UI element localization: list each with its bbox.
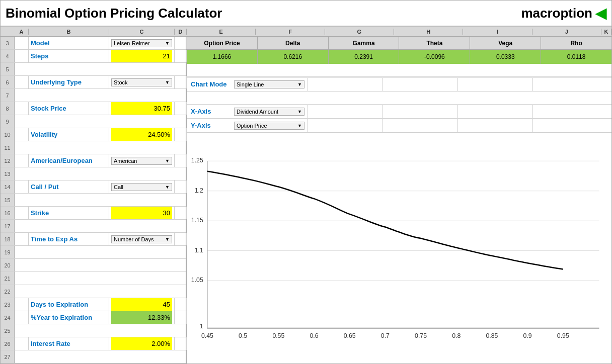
xaxis-row: X-Axis Dividend Amount▼ bbox=[187, 105, 611, 119]
row-american-european: 12 American/European American▼ bbox=[1, 154, 186, 167]
page-title: Binomial Option Pricing Calculator bbox=[6, 6, 222, 21]
svg-text:0.5: 0.5 bbox=[239, 332, 247, 339]
column-headers: A B C D E F G H I J K bbox=[1, 27, 611, 37]
interest-rate-input[interactable]: 2.00% bbox=[111, 337, 172, 350]
greek-header-option-price: Option Price bbox=[187, 37, 258, 49]
row-25: 25 bbox=[1, 324, 186, 337]
row-call-put: 14 Call / Put Call▼ bbox=[1, 180, 186, 194]
greek-value-option-price: 1.1666 bbox=[187, 50, 258, 64]
greeks-spacer bbox=[187, 64, 611, 77]
yaxis-row: Y-Axis Option Price▼ bbox=[187, 119, 611, 133]
row-strike: 16 Strike 30 bbox=[1, 207, 186, 220]
greek-header-rho: Rho bbox=[541, 37, 611, 49]
row-stock-price: 8 Stock Price 30.75 bbox=[1, 102, 186, 115]
steps-input[interactable]: 21 bbox=[111, 50, 172, 62]
greek-value-theta: -0.0096 bbox=[399, 50, 470, 64]
row-27: 27 bbox=[1, 350, 186, 363]
row-steps: 4 Steps 21 bbox=[1, 50, 186, 63]
greeks-value-row: 1.1666 0.6216 0.2391 -0.0096 0.0333 0.01… bbox=[187, 50, 611, 64]
right-panel: Option Price Delta Gamma Theta Vega Rho … bbox=[187, 37, 611, 364]
col-header-e: E bbox=[187, 29, 256, 35]
row-volatility: 10 Volatility 24.50% bbox=[1, 128, 186, 141]
svg-text:1: 1 bbox=[200, 323, 203, 330]
greek-value-vega: 0.0333 bbox=[470, 50, 541, 64]
svg-text:1.1: 1.1 bbox=[195, 247, 203, 254]
greek-value-delta: 0.6216 bbox=[258, 50, 329, 64]
svg-text:0.75: 0.75 bbox=[415, 332, 427, 339]
greeks-header-row: Option Price Delta Gamma Theta Vega Rho bbox=[187, 37, 611, 50]
row-time-to-exp: 18 Time to Exp As Number of Days▼ bbox=[1, 233, 186, 246]
underlying-type-dropdown[interactable]: Stock▼ bbox=[111, 78, 172, 86]
xaxis-label: X-Axis bbox=[191, 108, 231, 115]
row-20: 20 bbox=[1, 259, 186, 272]
call-put-dropdown[interactable]: Call▼ bbox=[111, 183, 172, 191]
greeks-section: Option Price Delta Gamma Theta Vega Rho … bbox=[187, 37, 611, 77]
col-header-d: D bbox=[175, 29, 187, 35]
row-interest-rate: 26 Interest Rate 2.00% bbox=[1, 337, 186, 350]
strike-input[interactable]: 30 bbox=[111, 207, 172, 219]
row-underlying-type: 6 Underlying Type Stock▼ bbox=[1, 76, 186, 89]
brand-logo: macroption ◀ bbox=[521, 5, 606, 22]
row-13: 13 bbox=[1, 167, 186, 180]
row-21: 21 bbox=[1, 272, 186, 285]
row-9: 9 bbox=[1, 115, 186, 128]
time-to-exp-dropdown[interactable]: Number of Days▼ bbox=[111, 235, 172, 243]
greek-header-theta: Theta bbox=[399, 37, 470, 49]
row-days-to-exp: 23 Days to Expiration 45 bbox=[1, 298, 186, 311]
col-header-b: B bbox=[29, 29, 109, 35]
greek-header-delta: Delta bbox=[258, 37, 329, 49]
row-5: 5 bbox=[1, 63, 186, 76]
chart-area: 1.25 1.2 1.15 1.1 1.05 1 bbox=[187, 133, 611, 364]
col-header-g: G bbox=[325, 29, 394, 35]
row-15: 15 bbox=[1, 194, 186, 207]
chart-svg: 1.25 1.2 1.15 1.1 1.05 1 bbox=[187, 135, 609, 362]
svg-text:0.9: 0.9 bbox=[523, 332, 532, 339]
chart-empty-row bbox=[187, 92, 611, 105]
col-header-k: K bbox=[601, 29, 611, 35]
svg-text:0.55: 0.55 bbox=[272, 332, 284, 339]
model-dropdown[interactable]: Leisen-Reimer▼ bbox=[111, 39, 172, 47]
svg-text:0.7: 0.7 bbox=[381, 332, 390, 339]
row-17: 17 bbox=[1, 220, 186, 233]
yaxis-dropdown[interactable]: Option Price▼ bbox=[234, 122, 304, 130]
chart-mode-row: Chart Mode Single Line▼ bbox=[187, 77, 611, 92]
days-to-exp-input[interactable]: 45 bbox=[111, 298, 172, 311]
title-bar: Binomial Option Pricing Calculator macro… bbox=[1, 1, 611, 27]
svg-text:0.95: 0.95 bbox=[557, 332, 569, 339]
volatility-input[interactable]: 24.50% bbox=[111, 128, 172, 141]
greek-header-gamma: Gamma bbox=[329, 37, 400, 49]
row-7: 7 bbox=[1, 89, 186, 102]
row-year-to-exp: 24 %Year to Expiration 12.33% bbox=[1, 311, 186, 324]
row-19: 19 bbox=[1, 246, 186, 259]
row-11: 11 bbox=[1, 141, 186, 154]
stock-price-input[interactable]: 30.75 bbox=[111, 102, 172, 115]
col-header-a: A bbox=[15, 29, 29, 35]
greek-header-vega: Vega bbox=[470, 37, 541, 49]
col-header-i: I bbox=[463, 29, 532, 35]
col-header-h: H bbox=[394, 29, 463, 35]
svg-text:0.85: 0.85 bbox=[486, 332, 498, 339]
svg-text:1.05: 1.05 bbox=[191, 277, 203, 284]
chart-mode-dropdown[interactable]: Single Line▼ bbox=[234, 80, 304, 88]
yaxis-label: Y-Axis bbox=[191, 122, 231, 129]
xaxis-dropdown[interactable]: Dividend Amount▼ bbox=[234, 108, 304, 116]
greek-value-gamma: 0.2391 bbox=[329, 50, 400, 64]
col-header-c: C bbox=[109, 29, 175, 35]
svg-text:0.8: 0.8 bbox=[452, 332, 461, 339]
svg-text:1.15: 1.15 bbox=[191, 217, 203, 224]
chart-mode-label: Chart Mode bbox=[191, 80, 231, 88]
left-panel: 3 Model Leisen-Reimer▼ 4 Steps 21 bbox=[1, 37, 187, 364]
svg-text:1.25: 1.25 bbox=[191, 157, 203, 164]
greek-value-rho: 0.0118 bbox=[541, 50, 611, 64]
year-to-exp-value: 12.33% bbox=[111, 311, 172, 324]
row-model: 3 Model Leisen-Reimer▼ bbox=[1, 37, 186, 50]
svg-text:0.45: 0.45 bbox=[201, 332, 213, 339]
row-22: 22 bbox=[1, 285, 186, 298]
svg-text:0.6: 0.6 bbox=[310, 332, 318, 339]
svg-text:0.65: 0.65 bbox=[344, 332, 356, 339]
col-header-f: F bbox=[256, 29, 325, 35]
col-header-j: J bbox=[532, 29, 601, 35]
brand-icon: ◀ bbox=[595, 5, 606, 22]
svg-text:1.2: 1.2 bbox=[195, 187, 203, 194]
american-european-dropdown[interactable]: American▼ bbox=[111, 157, 172, 165]
